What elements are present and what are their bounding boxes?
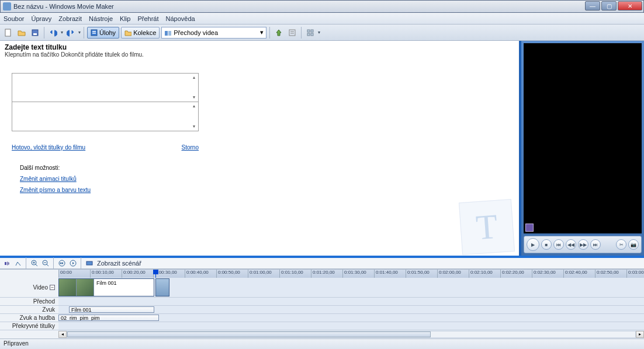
status-text: Připraven [4, 340, 29, 347]
undo-button[interactable] [47, 27, 59, 39]
scroll-down-icon[interactable]: ▾ [191, 95, 197, 100]
scroll-up-icon[interactable]: ▴ [191, 75, 197, 81]
timeline: 00:00 0:00:10,00 0:00:20,00 0:00:30,00 0… [0, 269, 644, 338]
timeline-audio-levels-button[interactable] [13, 259, 22, 268]
timeline-narrate-button[interactable] [2, 259, 11, 268]
scroll-left-button[interactable]: ◂ [58, 331, 67, 338]
menu-tools[interactable]: Nástroje [89, 15, 113, 22]
svg-rect-6 [165, 31, 168, 36]
scroll-up-icon[interactable]: ▴ [191, 103, 197, 109]
collections-toggle[interactable]: Kolekce [121, 27, 160, 39]
switch-view-button[interactable]: Zobrazit scénář [97, 260, 141, 267]
clip-thumbnail [59, 279, 77, 296]
collapse-button[interactable]: − [50, 285, 55, 290]
overlay-track: Překryvné titulky [0, 322, 644, 330]
folder-icon [124, 29, 131, 36]
prev-button[interactable]: ⏮ [553, 239, 564, 250]
menu-edit[interactable]: Úpravy [31, 15, 51, 22]
close-button[interactable]: ✕ [618, 1, 642, 11]
app-icon [3, 2, 11, 11]
svg-rect-0 [5, 29, 11, 36]
collection-combo[interactable]: Přechody videa ▾ [161, 27, 266, 39]
save-button[interactable] [29, 27, 41, 39]
video-track-label: Video [33, 284, 48, 291]
transition-track-content[interactable] [58, 298, 644, 305]
title-text-input-1[interactable]: ▴▾ [12, 73, 199, 102]
tasks-toggle[interactable]: Úlohy [87, 27, 119, 39]
collections-label: Kolekce [133, 29, 156, 36]
svg-rect-15 [5, 262, 6, 265]
svg-rect-11 [307, 30, 310, 32]
scroll-right-button[interactable]: ▸ [636, 331, 644, 338]
svg-rect-2 [33, 33, 37, 35]
rewind-button[interactable]: ◀◀ [566, 239, 576, 250]
page-subtitle: Klepnutím na tlačítko Dokončit přidáte t… [5, 51, 514, 58]
maximize-button[interactable]: ▢ [601, 1, 617, 11]
play-timeline-button[interactable] [68, 259, 77, 268]
video-track-content[interactable]: Film 001 [58, 278, 644, 297]
menu-clip[interactable]: Klip [120, 15, 130, 22]
new-button[interactable] [2, 27, 14, 39]
page-title: Zadejte text titulku [5, 43, 514, 51]
music-clip[interactable]: 02_rim_pim_pim [58, 315, 159, 321]
transitions-icon [164, 29, 171, 36]
open-button[interactable] [16, 27, 27, 39]
music-track-label: Zvuk a hudba [0, 314, 58, 322]
music-track-content[interactable]: 02_rim_pim_pim [58, 314, 644, 322]
minimize-button[interactable]: — [585, 1, 600, 11]
svg-line-23 [47, 264, 49, 266]
svg-rect-7 [168, 31, 171, 36]
preview-video[interactable] [524, 43, 642, 233]
video-track: Video− Film 001 [0, 278, 644, 298]
redo-button[interactable] [65, 27, 77, 39]
scrollbar-thumb[interactable] [67, 331, 431, 337]
video-clip-2[interactable] [155, 278, 169, 296]
forward-button[interactable]: ▶▶ [578, 239, 588, 250]
audio-clip[interactable]: Film 001 [69, 306, 154, 313]
view-button[interactable] [304, 27, 316, 39]
timeline-scrollbar[interactable]: ◂ ▸ [58, 330, 644, 338]
split-button[interactable]: ✂ [616, 239, 626, 250]
overlay-track-label: Překryvné titulky [0, 322, 58, 330]
stop-button[interactable]: ■ [541, 239, 552, 250]
chevron-down-icon: ▾ [260, 29, 264, 36]
menu-file[interactable]: Soubor [4, 15, 24, 22]
svg-rect-8 [289, 30, 295, 36]
video-clip-1[interactable]: Film 001 [58, 278, 154, 296]
properties-button[interactable] [286, 27, 298, 39]
menubar: Soubor Úpravy Zobrazit Nástroje Klip Pře… [0, 13, 644, 25]
title-watermark-icon: T [459, 199, 515, 255]
svg-line-16 [16, 262, 18, 266]
svg-rect-5 [92, 33, 96, 34]
menu-play[interactable]: Přehrát [137, 15, 158, 22]
title-editor-pane: Zadejte text titulku Klepnutím na tlačít… [0, 41, 519, 256]
rewind-timeline-button[interactable] [57, 259, 66, 268]
svg-rect-27 [86, 261, 92, 265]
change-font-link[interactable]: Změnit písmo a barvu textu [20, 187, 91, 193]
overlay-track-content[interactable] [58, 322, 644, 330]
clip-thumbnail [77, 279, 94, 296]
clip-label: Film 001 [94, 279, 119, 296]
preview-thumbnail-icon [525, 224, 534, 232]
menu-help[interactable]: Nápověda [165, 15, 195, 22]
titlebar: Bez názvu - Windows Movie Maker — ▢ ✕ [0, 0, 644, 13]
done-link[interactable]: Hotovo, vložit titulky do filmu [12, 144, 85, 151]
up-button[interactable] [273, 27, 285, 39]
audio-track-content[interactable]: Film 001 [58, 306, 644, 313]
zoom-in-button[interactable] [30, 259, 39, 268]
menu-view[interactable]: Zobrazit [58, 15, 82, 22]
cancel-link[interactable]: Storno [182, 144, 199, 151]
zoom-out-button[interactable] [41, 259, 50, 268]
snapshot-button[interactable]: 📷 [628, 239, 639, 250]
playback-controls: ▶ ■ ⏮ ◀◀ ▶▶ ⏭ ✂ 📷 [524, 236, 642, 253]
next-button[interactable]: ⏭ [590, 239, 601, 250]
title-text-input-2[interactable]: ▴▾ [12, 102, 199, 131]
timeline-ruler[interactable]: 00:00 0:00:10,00 0:00:20,00 0:00:30,00 0… [58, 270, 644, 278]
tasks-icon [91, 29, 98, 36]
timeline-toolbar: Zobrazit scénář [0, 258, 644, 269]
play-button[interactable]: ▶ [527, 238, 539, 251]
scroll-down-icon[interactable]: ▾ [191, 124, 197, 130]
playhead[interactable] [155, 270, 156, 278]
transition-track-label: Přechod [0, 298, 58, 305]
change-animation-link[interactable]: Změnit animaci titulků [20, 176, 77, 182]
